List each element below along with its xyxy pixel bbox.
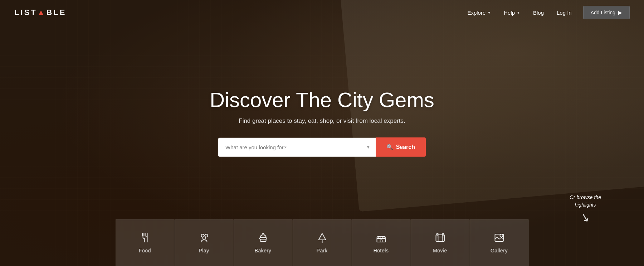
play-icon [198, 232, 210, 243]
nav-blog[interactable]: Blog [528, 7, 549, 19]
explore-chevron-icon: ▼ [487, 11, 491, 15]
bakery-icon [257, 232, 269, 243]
gallery-icon [493, 232, 505, 243]
logo-accent: ▲ [37, 8, 47, 17]
nav-help[interactable]: Help ▼ [499, 7, 525, 19]
svg-point-1 [205, 234, 208, 237]
search-dropdown-icon[interactable]: ▼ [366, 144, 371, 150]
category-gallery[interactable]: Gallery [470, 219, 529, 266]
nav-login[interactable]: Log In [552, 7, 577, 19]
svg-marker-4 [318, 233, 326, 240]
food-label: Food [139, 248, 151, 253]
hotels-icon [375, 232, 387, 243]
categories-bar: Food Play Bakery [116, 219, 529, 266]
category-movie[interactable]: Movie [411, 219, 470, 266]
search-button[interactable]: 🔍 Search [376, 137, 426, 157]
svg-point-16 [500, 234, 503, 237]
svg-rect-7 [378, 237, 380, 238]
category-food[interactable]: Food [116, 219, 175, 266]
logo-text: LIST▲BLE [14, 8, 66, 17]
hero-content: Discover The City Gems Find great places… [197, 88, 447, 157]
hero-section: LIST▲BLE Explore ▼ Help ▼ Blog Log In Ad… [0, 0, 644, 266]
bakery-label: Bakery [255, 248, 272, 253]
svg-rect-9 [380, 240, 382, 242]
search-bar: ▼ 🔍 Search [218, 137, 426, 157]
category-hotels[interactable]: Hotels [352, 219, 411, 266]
add-listing-arrow-icon: ▶ [618, 10, 622, 15]
browse-highlights-text: Or browse thehighlights [570, 194, 601, 209]
category-play[interactable]: Play [175, 219, 234, 266]
play-label: Play [199, 248, 209, 253]
movie-icon [434, 232, 446, 243]
logo[interactable]: LIST▲BLE [14, 8, 66, 17]
help-chevron-icon: ▼ [517, 11, 520, 15]
browse-highlights: Or browse thehighlights ↙ [570, 194, 601, 223]
search-input-wrapper: ▼ [218, 137, 376, 156]
navbar: LIST▲BLE Explore ▼ Help ▼ Blog Log In Ad… [0, 0, 644, 25]
svg-rect-3 [260, 239, 266, 241]
category-park[interactable]: Park [293, 219, 352, 266]
search-input[interactable] [218, 137, 376, 156]
hotels-label: Hotels [374, 248, 389, 253]
add-listing-button[interactable]: Add Listing ▶ [583, 6, 630, 19]
svg-rect-6 [377, 238, 385, 242]
search-icon: 🔍 [386, 144, 393, 150]
park-label: Park [317, 248, 328, 253]
nav-explore[interactable]: Explore ▼ [462, 7, 496, 19]
park-icon [316, 232, 328, 243]
hero-title: Discover The City Gems [197, 88, 447, 112]
svg-rect-8 [382, 237, 384, 238]
nav-links: Explore ▼ Help ▼ Blog Log In Add Listing… [462, 6, 630, 19]
svg-rect-10 [436, 235, 444, 241]
movie-label: Movie [433, 248, 447, 253]
hero-subtitle: Find great places to stay, eat, shop, or… [197, 117, 447, 125]
category-bakery[interactable]: Bakery [234, 219, 293, 266]
svg-point-0 [201, 234, 204, 237]
food-icon [139, 232, 151, 243]
gallery-label: Gallery [491, 248, 508, 253]
